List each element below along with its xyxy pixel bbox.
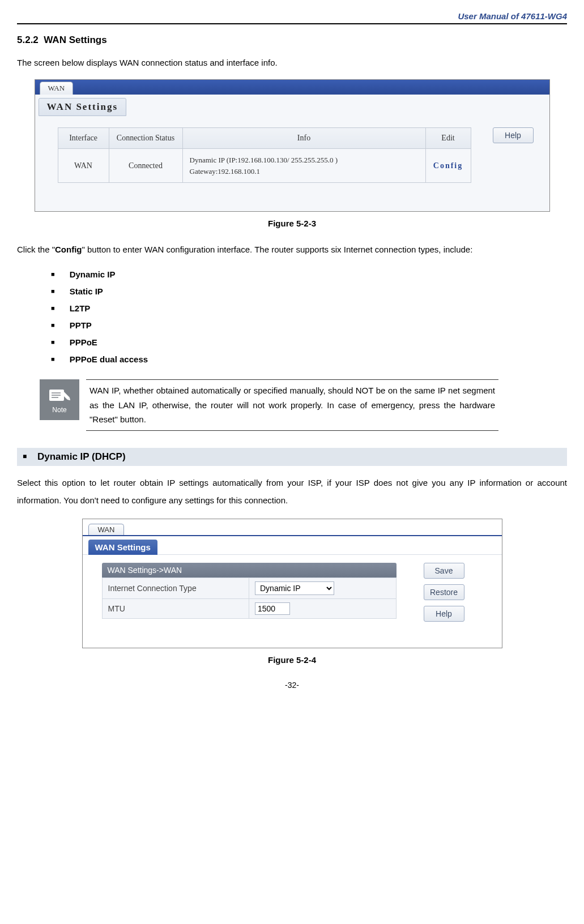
screenshot2-sidebar: Save Restore Help [424,563,464,627]
list-item: L2TP [51,300,567,317]
table-row: MTU [102,598,396,618]
note-pencil-icon [48,386,71,404]
form-table: Internet Connection Type Dynamic IP MTU [102,578,397,619]
connection-types-list: Dynamic IP Static IP L2TP PPTP PPPoE PPP… [51,266,567,368]
section-title-text: WAN Settings [44,35,106,45]
config-intro-post: " button to enter WAN configuration inte… [82,245,473,254]
mtu-label: MTU [102,598,249,618]
config-intro: Click the "Config" button to enter WAN c… [17,242,567,257]
col-status: Connection Status [109,128,182,149]
col-interface: Interface [58,128,109,149]
page-number: -32- [17,681,567,690]
list-item: PPPoE [51,334,567,351]
header-title: User Manual of 47611-WG4 [458,11,567,21]
config-intro-bold: Config [55,245,82,254]
dhcp-subsection-title: Dynamic IP (DHCP) [37,451,126,462]
note-label: Note [52,406,66,414]
connection-type-select[interactable]: Dynamic IP [255,581,334,595]
list-item: PPTP [51,317,567,334]
config-link[interactable]: Config [433,161,463,170]
list-item: PPPoE dual access [51,351,567,368]
table-row: Internet Connection Type Dynamic IP [102,578,396,598]
cell-info: Dynamic IP (IP:192.168.100.130/ 255.255.… [182,149,425,183]
page-header: User Manual of 47611-WG4 [17,11,567,23]
figure2-caption: Figure 5-2-4 [17,655,567,665]
connection-type-label: Internet Connection Type [102,578,249,598]
info-line1: Dynamic IP (IP:192.168.100.130/ 255.255.… [190,156,338,164]
section-number: 5.2.2 [17,35,39,45]
cell-edit: Config [425,149,471,183]
wan-status-table: Interface Connection Status Info Edit WA… [58,127,471,183]
restore-button[interactable]: Restore [424,584,464,600]
help-button[interactable]: Help [424,606,464,622]
info-line2: Gateway:192.168.100.1 [190,167,261,176]
list-item: Dynamic IP [51,266,567,283]
dhcp-description: Select this option to let router obtain … [17,474,567,510]
cell-interface: WAN [58,149,109,183]
screenshot2-topbar: WAN [83,523,502,536]
table-row: WAN Connected Dynamic IP (IP:192.168.100… [58,149,471,183]
section-heading: 5.2.2 WAN Settings [17,35,567,46]
wan-status-screenshot: WAN WAN Settings Interface Connection St… [35,79,550,212]
screenshot1-topbar: WAN [35,80,549,95]
table-header-row: Interface Connection Status Info Edit [58,128,471,149]
help-button[interactable]: Help [493,127,534,143]
config-intro-pre: Click the " [17,245,55,254]
note-text: WAN IP, whether obtained automatically o… [86,379,498,431]
section-intro: The screen below displays WAN connection… [17,55,567,70]
screenshot1-body: WAN Settings Interface Connection Status… [35,95,549,211]
mtu-cell [249,598,397,618]
screenshot1-sidebar: Help [493,127,534,183]
note-icon: Note [40,379,79,420]
col-edit: Edit [425,128,471,149]
list-item: Static IP [51,283,567,300]
wan-config-screenshot: WAN WAN Settings WAN Settings->WAN Inter… [82,519,502,648]
save-button[interactable]: Save [424,563,464,579]
wan-settings-form: WAN Settings->WAN Internet Connection Ty… [102,563,397,627]
dhcp-subsection-heading: Dynamic IP (DHCP) [17,448,567,466]
form-section-header: WAN Settings->WAN [102,563,397,578]
col-info: Info [182,128,425,149]
mtu-input[interactable] [255,602,290,615]
header-separator [17,23,567,24]
screenshot1-main: Interface Connection Status Info Edit WA… [35,116,549,183]
cell-status: Connected [109,149,182,183]
figure1-caption: Figure 5-2-3 [17,219,567,228]
note-callout: Note WAN IP, whether obtained automatica… [40,379,498,431]
connection-type-cell: Dynamic IP [249,578,397,598]
wan-settings-panel-tab: WAN Settings [88,540,157,555]
wan-tab[interactable]: WAN [88,524,125,535]
wan-tab[interactable]: WAN [40,82,74,95]
wan-settings-panel-tab: WAN Settings [39,98,127,116]
screenshot2-main: WAN Settings->WAN Internet Connection Ty… [83,554,502,648]
